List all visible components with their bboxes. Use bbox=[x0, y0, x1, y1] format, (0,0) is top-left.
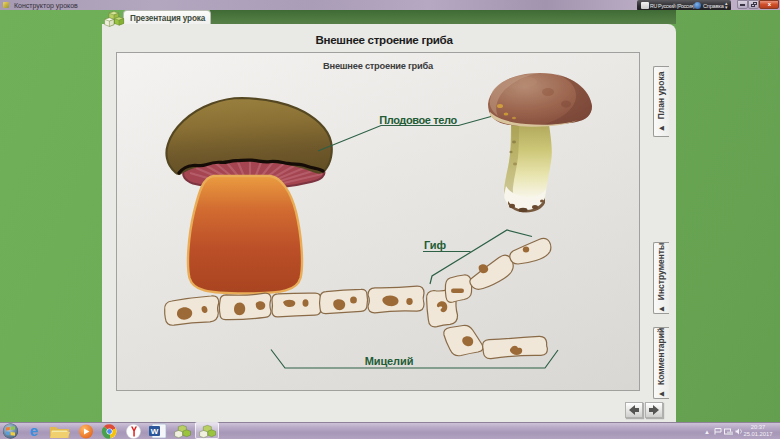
svg-text:Плодовое тело: Плодовое тело bbox=[379, 114, 457, 126]
svg-text:Мицелий: Мицелий bbox=[365, 355, 414, 367]
svg-text:Гиф: Гиф bbox=[424, 239, 447, 251]
svg-text:W: W bbox=[151, 427, 159, 436]
